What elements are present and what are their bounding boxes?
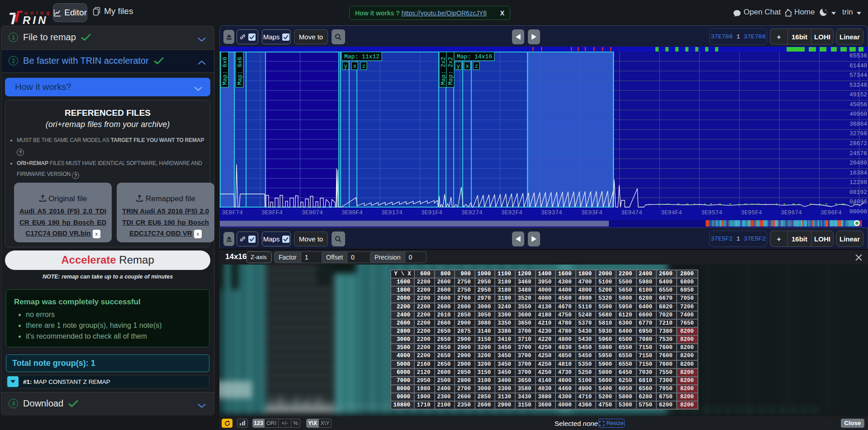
svg-text:y: y bbox=[344, 63, 348, 70]
svg-text:53248: 53248 bbox=[849, 82, 867, 89]
svg-text:49152: 49152 bbox=[849, 91, 867, 98]
svg-text:Map: 6x6: Map: 6x6 bbox=[222, 57, 228, 85]
svg-text:3E9174: 3E9174 bbox=[381, 209, 403, 216]
svg-text:24576: 24576 bbox=[849, 150, 867, 157]
svg-text:3E93F4: 3E93F4 bbox=[581, 209, 602, 216]
svg-text:Map: 2x2: Map: 2x2 bbox=[440, 57, 447, 85]
svg-text:Map: 14x16: Map: 14x16 bbox=[457, 53, 492, 60]
svg-text:3E9374: 3E9374 bbox=[541, 209, 562, 216]
svg-text:Map: 6x6: Map: 6x6 bbox=[237, 57, 243, 85]
svg-text:Map: 2x2: Map: 2x2 bbox=[447, 57, 454, 85]
svg-text:65536: 65536 bbox=[849, 52, 867, 59]
svg-text:61440: 61440 bbox=[849, 62, 867, 69]
svg-text:x: x bbox=[466, 63, 470, 70]
svg-text:00000: 00000 bbox=[849, 208, 867, 215]
svg-text:3E92F4: 3E92F4 bbox=[501, 209, 522, 216]
svg-text:12288: 12288 bbox=[849, 179, 867, 186]
svg-text:3E95F4: 3E95F4 bbox=[741, 209, 762, 216]
svg-text:45056: 45056 bbox=[849, 101, 867, 108]
svg-text:04096: 04096 bbox=[849, 198, 867, 205]
svg-text:y: y bbox=[457, 63, 460, 70]
svg-text:3E8F74: 3E8F74 bbox=[222, 209, 243, 216]
svg-text:3E9674: 3E9674 bbox=[781, 209, 802, 216]
svg-text:3E9274: 3E9274 bbox=[461, 209, 483, 216]
svg-text:3E91F4: 3E91F4 bbox=[421, 209, 442, 216]
svg-text:20480: 20480 bbox=[849, 160, 867, 166]
svg-text:3E94F4: 3E94F4 bbox=[661, 209, 682, 216]
svg-text:RIN: RIN bbox=[23, 14, 48, 24]
svg-text:3E8FF4: 3E8FF4 bbox=[261, 209, 283, 216]
svg-text:32768: 32768 bbox=[849, 130, 867, 137]
svg-text:08192: 08192 bbox=[849, 189, 867, 196]
svg-text:3E90F4: 3E90F4 bbox=[342, 209, 363, 216]
svg-text:40960: 40960 bbox=[849, 111, 867, 118]
svg-text:57344: 57344 bbox=[849, 72, 867, 79]
svg-text:16384: 16384 bbox=[849, 170, 867, 176]
svg-text:Map: 11x12: Map: 11x12 bbox=[344, 53, 379, 60]
svg-text:3E9474: 3E9474 bbox=[621, 209, 642, 216]
svg-text:3E9074: 3E9074 bbox=[302, 209, 323, 216]
svg-text:z: z bbox=[362, 63, 366, 70]
svg-text:3E96F4: 3E96F4 bbox=[821, 209, 842, 216]
svg-text:x: x bbox=[353, 63, 357, 70]
svg-text:28672: 28672 bbox=[849, 140, 867, 147]
svg-text:3E9574: 3E9574 bbox=[701, 209, 722, 216]
svg-text:z: z bbox=[475, 63, 479, 70]
svg-text:36864: 36864 bbox=[849, 121, 867, 128]
